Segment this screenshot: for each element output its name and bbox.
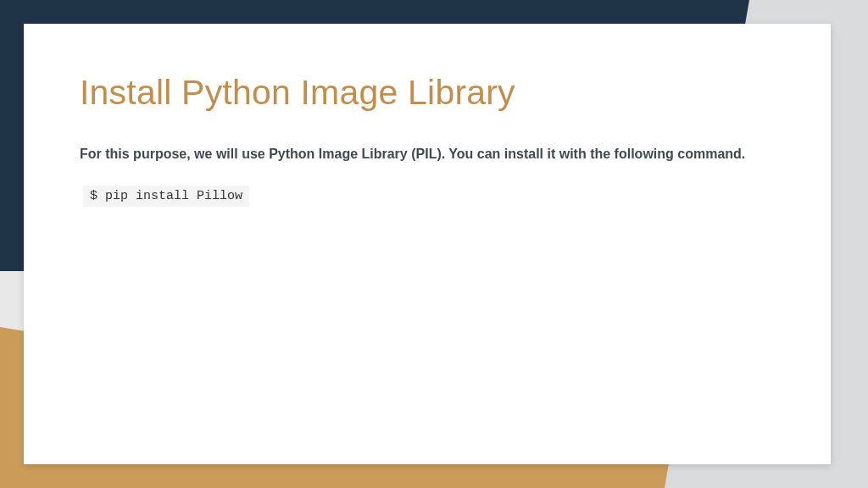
slide-title: Install Python Image Library xyxy=(80,73,775,113)
slide-body-text: For this purpose, we will use Python Ima… xyxy=(80,143,775,165)
code-command: $ pip install Pillow xyxy=(83,186,249,207)
slide-content-area: Install Python Image Library For this pu… xyxy=(24,24,831,464)
